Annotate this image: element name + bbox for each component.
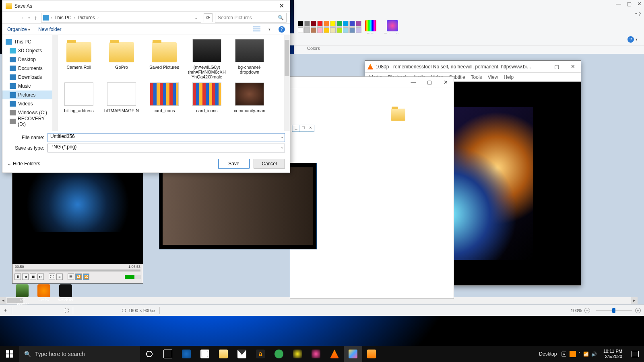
help-icon[interactable]: ? (627, 36, 634, 43)
taskbar-app-store[interactable] (196, 346, 214, 362)
taskbar-app-tripadvisor[interactable] (270, 346, 288, 362)
taskbar-app-vlc[interactable] (325, 346, 344, 362)
vlc-menu-help[interactable]: Help (504, 74, 514, 80)
nav-up-button[interactable]: ↑ (33, 14, 39, 21)
vlc-small-video[interactable] (12, 171, 143, 232)
blank-window-titlebar[interactable]: — ▢ ✕ (290, 77, 454, 88)
color-swatch[interactable] (317, 27, 323, 33)
mini-minimize-button[interactable]: _ (292, 125, 299, 132)
color-swatch[interactable] (343, 21, 349, 27)
start-button[interactable] (0, 346, 19, 362)
blank-close-button[interactable]: ✕ (438, 79, 454, 85)
zoom-out-button[interactable]: − (584, 308, 590, 313)
shuffle-button[interactable]: 🔀 (83, 274, 89, 280)
action-center-button[interactable] (627, 346, 643, 362)
scroll-left-icon[interactable]: ◄ (0, 297, 6, 304)
nav-back-button[interactable]: ← (6, 14, 14, 21)
vlc-menu-tools[interactable]: Tools (471, 74, 482, 80)
playlist-button[interactable]: ☰ (68, 274, 74, 280)
files-scrollbar[interactable] (284, 35, 290, 131)
filename-dropdown-icon[interactable]: ⌄ (281, 134, 284, 139)
filename-input[interactable]: Untitled356 ⌄ (47, 133, 285, 142)
file-item[interactable]: (m=ewILG0y)(mh=FMNOM0cXHYnQa42O)male (186, 37, 228, 81)
paint-maximize-icon[interactable]: ▢ (627, 1, 632, 7)
desktop-toolbar-chevron[interactable]: » (561, 352, 566, 357)
filetype-select[interactable]: PNG (*.png) ⌄ (47, 144, 285, 152)
show-desktop-toolbar[interactable]: Desktop (536, 351, 560, 357)
blank-minimize-button[interactable]: — (405, 79, 421, 85)
ext-settings-button[interactable]: ≡ (56, 274, 63, 280)
sidebar-item-music[interactable]: Music (2, 82, 54, 90)
taskbar-app-paint[interactable] (344, 346, 362, 362)
sidebar-item-3d-objects[interactable]: 3D Objects (2, 46, 54, 55)
saveas-file-area[interactable]: Camera RollGoProSaved Pictures(m=ewILG0y… (55, 35, 290, 131)
taskbar-app-edge[interactable] (177, 346, 196, 362)
file-item[interactable]: bITMAPIMAGEIN (101, 81, 142, 115)
paint-minimize-icon[interactable]: — (616, 1, 621, 7)
color-swatch[interactable] (349, 27, 355, 33)
scroll-right-icon[interactable]: ► (631, 297, 638, 304)
color-swatch[interactable] (298, 21, 303, 27)
vlc-maximize-button[interactable]: ▢ (549, 64, 565, 70)
taskbar-search[interactable]: 🔍 Type here to search (19, 346, 140, 362)
nav-forward-button[interactable]: → (17, 14, 26, 21)
desktop-icon-tor-browser[interactable]: Tor Browser (14, 284, 31, 306)
vlc-minimize-button[interactable]: — (533, 64, 549, 70)
tray-overflow-icon[interactable]: ˄ (578, 352, 581, 357)
view-mode-button[interactable] (253, 27, 260, 32)
cancel-button[interactable]: Cancel (254, 159, 285, 169)
sidebar-item-videos[interactable]: Videos (2, 99, 54, 108)
taskbar-app-app2[interactable] (307, 346, 325, 362)
taskbar-app-task-view[interactable] (159, 346, 177, 362)
taskbar-clock[interactable]: 10:11 PM 2/5/2020 (600, 349, 625, 359)
breadcrumb-pictures[interactable]: Pictures (76, 15, 97, 21)
taskbar-app-app3[interactable] (362, 346, 381, 362)
chevron-right-icon[interactable]: › (50, 16, 53, 20)
hide-folders-toggle[interactable]: ⌄ Hide Folders (7, 161, 40, 167)
file-item[interactable]: bg-channel-dropdown (229, 37, 270, 81)
taskbar-app-explorer[interactable] (214, 346, 233, 362)
loop-button[interactable]: 🔁 (75, 274, 82, 280)
help-dropdown-icon[interactable]: ▾ (636, 37, 638, 41)
taskbar-app-mail[interactable] (233, 346, 251, 362)
save-button[interactable]: Save (218, 159, 250, 169)
color-swatch[interactable] (311, 27, 316, 33)
refresh-button[interactable]: ⟳ (204, 13, 213, 22)
nav-history-dropdown[interactable]: ▾ (28, 16, 30, 20)
video-window-2[interactable] (159, 163, 317, 249)
color-swatch[interactable] (304, 27, 310, 33)
saveas-help-icon[interactable]: ? (279, 26, 285, 33)
sidebar-item-this-pc[interactable]: This PC (2, 37, 54, 46)
paint-help-icon[interactable]: ? (638, 12, 641, 16)
ribbon-collapse-icon[interactable]: ⌃ (634, 12, 638, 16)
saveas-close-button[interactable]: ✕ (277, 2, 287, 10)
color-swatch[interactable] (343, 27, 349, 33)
organize-menu[interactable]: Organize ▾ (7, 27, 30, 32)
color-swatch[interactable] (304, 21, 310, 27)
mini-maximize-button[interactable]: □ (299, 125, 307, 132)
saveas-titlebar[interactable]: Save As ✕ (2, 0, 290, 12)
vlc-titlebar[interactable]: 1080p - rememberlessfool No self, no fre… (365, 61, 581, 73)
file-item[interactable]: GoPro (101, 37, 142, 81)
file-item[interactable]: community-man (229, 81, 270, 115)
blank-maximize-button[interactable]: ▢ (421, 79, 438, 85)
tray-network-icon[interactable]: 📶 (583, 352, 589, 357)
file-item[interactable]: card_icons (143, 81, 185, 115)
sidebar-item-recovery-d-[interactable]: RECOVERY (D:) (2, 117, 54, 126)
file-item[interactable]: card_icons (186, 81, 228, 115)
chevron-right-icon[interactable]: › (73, 16, 76, 20)
color-swatch[interactable] (330, 27, 336, 33)
taskbar-app-amazon[interactable]: a (251, 346, 270, 362)
vlc-small-seekbar[interactable] (15, 269, 140, 272)
search-input[interactable]: Search Pictures 🔍 (215, 13, 287, 23)
filetype-dropdown-icon[interactable]: ⌄ (281, 145, 284, 149)
next-button[interactable]: ⏭ (37, 274, 44, 280)
breadcrumb-thispc[interactable]: This PC (53, 15, 73, 21)
view-mode-dropdown[interactable]: ▾ (268, 27, 270, 31)
sidebar-item-documents[interactable]: Documents (2, 64, 54, 73)
file-item[interactable]: Camera Roll (58, 37, 100, 81)
color-swatch[interactable] (336, 21, 342, 27)
desktop-icon-watch-thi[interactable]: Watch thi (57, 284, 74, 306)
color-swatch[interactable] (356, 27, 361, 33)
color-swatch[interactable] (298, 27, 303, 33)
